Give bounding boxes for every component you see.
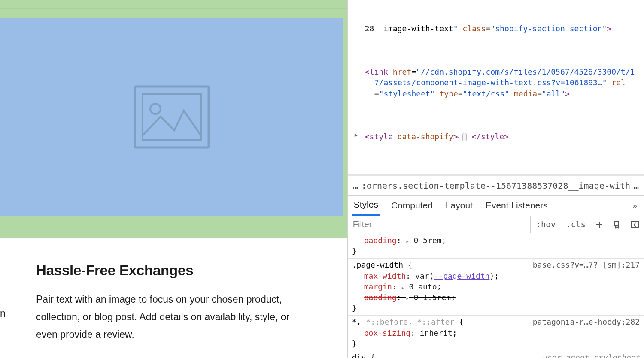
breadcrumb-text[interactable]: :orners.section-template--15671388537028… [361,180,630,192]
content-body: Pair text with an image to focus on your… [36,291,311,343]
dom-node-style[interactable]: ▶<style data-shopify> ⋯ </style> [348,131,644,142]
more-tabs-icon[interactable]: » [630,199,640,211]
rule-source-link[interactable]: base.css?v=…7? [sm]:217 [533,259,640,270]
style-rule[interactable]: padding: ▸ 0 5rem; } [348,234,644,259]
elements-tree[interactable]: 28__image-with-text" class="shopify-sect… [348,0,644,176]
svg-rect-4 [632,222,638,228]
new-style-rule-button[interactable] [591,220,608,229]
styles-filter-bar: :hov .cls [348,215,644,234]
truncated-text-fragment: n [0,308,6,319]
styles-tabs: Styles Computed Layout Event Listeners » [348,196,644,215]
svg-rect-3 [614,221,619,226]
rule-source-ua: user agent stylesheet [542,352,640,358]
styles-rules-list[interactable]: padding: ▸ 0 5rem; } base.css?v=…7? [sm]… [348,234,644,358]
ellipsis-icon[interactable]: ⋯ [462,133,467,141]
dom-node-selected-div[interactable]: ▼<div class="image-with-text image-with-… [348,174,644,176]
tab-computed[interactable]: Computed [389,196,434,215]
paint-flashing-icon[interactable] [608,220,626,229]
rule-source-link[interactable]: patagonia-r…e-hoody:282 [533,316,640,327]
breadcrumb-overflow-left[interactable]: … [353,180,358,192]
breadcrumb-overflow-right[interactable]: … [634,180,639,192]
devtools-panel: 28__image-with-text" class="shopify-sect… [348,0,644,358]
svg-rect-1 [143,94,201,140]
tab-event-listeners[interactable]: Event Listeners [484,196,550,215]
svg-rect-0 [135,87,209,147]
breadcrumb[interactable]: … :orners.section-template--156713885370… [348,176,644,196]
toggle-sidebar-icon[interactable] [626,220,644,229]
style-rule[interactable]: user agent stylesheet div { [348,351,644,358]
image-placeholder-box[interactable] [0,18,343,216]
styles-filter-input[interactable] [348,216,531,233]
style-rule[interactable]: base.css?v=…7? [sm]:217 .page-width { ma… [348,259,644,316]
dom-node-link[interactable]: <link href="//cdn.shopify.com/s/files/1/… [348,66,644,99]
dom-node-section[interactable]: 28__image-with-text" class="shopify-sect… [348,23,644,34]
image-placeholder-icon [133,85,210,149]
style-rule[interactable]: patagonia-r…e-hoody:282 *, *::before, *:… [348,316,644,351]
page-preview: Hassle-Free Exchanges Pair text with an … [0,0,348,358]
hov-toggle[interactable]: :hov [531,219,561,230]
cls-toggle[interactable]: .cls [561,219,591,230]
tab-styles[interactable]: Styles [352,195,380,215]
section-background [0,0,347,238]
image-with-text-content: Hassle-Free Exchanges Pair text with an … [0,238,347,343]
svg-point-2 [150,104,161,114]
tab-layout[interactable]: Layout [444,196,474,215]
content-heading: Hassle-Free Exchanges [36,262,311,279]
